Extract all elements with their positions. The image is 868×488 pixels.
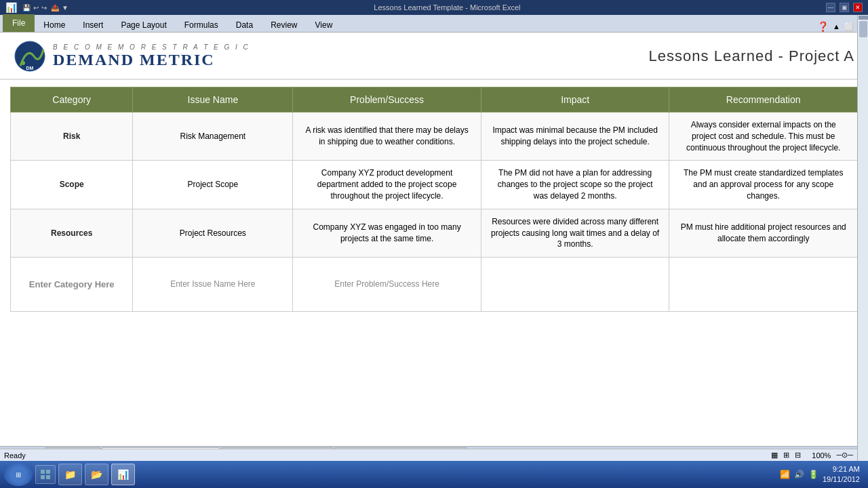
view-break-icon[interactable]: ⊟ — [795, 451, 801, 460]
explorer-icon-1: 📁 — [64, 469, 76, 480]
table-header-row: Category Issue Name Problem/Success Impa… — [11, 87, 858, 113]
col-header-impact: Impact — [481, 87, 669, 113]
window-title: Lessons Learned Template - Microsoft Exc… — [68, 3, 826, 12]
clock-time: 9:21 AM — [823, 464, 860, 474]
windows-taskbar: ⊞ 📁 📂 📊 📶 🔊 🔋 9:21 AM 19/11/201 — [0, 461, 868, 488]
report-title: Lessons Learned - Project A — [649, 47, 854, 65]
logo-text: B e c o m e M o r e S t r a t e g i c De… — [53, 43, 250, 69]
start-button[interactable]: ⊞ — [4, 463, 33, 486]
close-button[interactable]: ✕ — [853, 3, 863, 12]
tab-review[interactable]: Review — [262, 18, 306, 32]
logo-name: Demand Metric — [53, 51, 250, 69]
tab-formulas[interactable]: Formulas — [176, 18, 227, 32]
clock-date: 19/11/2012 — [823, 474, 860, 485]
taskbar-show-desktop[interactable] — [35, 465, 56, 484]
table-row: Scope Project Scope Company XYZ product … — [11, 161, 858, 209]
issue-cell-scope[interactable]: Project Scope — [133, 161, 293, 209]
tray-battery-icon: 🔋 — [808, 470, 818, 479]
zoom-slider[interactable]: ─⊙─ — [836, 451, 853, 460]
header-area: DM B e c o m e M o r e S t r a t e g i c… — [0, 33, 868, 80]
logo-icon: DM — [14, 40, 46, 73]
maximize-button[interactable]: ▣ — [840, 3, 849, 12]
impact-cell-resources[interactable]: Resources were divided across many diffe… — [481, 209, 669, 257]
minimize-button[interactable]: — — [826, 3, 835, 12]
impact-cell-placeholder[interactable] — [481, 258, 669, 312]
svg-rect-6 — [46, 470, 50, 474]
table-row: Resources Project Resources Company XYZ … — [11, 209, 858, 257]
impact-cell-risk[interactable]: Impact was minimal because the PM includ… — [481, 113, 669, 161]
logo-tagline: B e c o m e M o r e S t r a t e g i c — [53, 43, 250, 51]
impact-cell-scope[interactable]: The PM did not have a plan for addressin… — [481, 161, 669, 209]
category-cell-placeholder[interactable]: Enter Category Here — [11, 258, 133, 312]
status-bar: Ready ▦ ⊞ ⊟ 100% ─⊙─ — [0, 449, 857, 461]
svg-rect-5 — [41, 470, 45, 474]
col-header-problem: Problem/Success — [293, 87, 481, 113]
taskbar-btn-explorer-2[interactable]: 📂 — [85, 464, 108, 485]
problem-cell-placeholder[interactable]: Enter Problem/Success Here — [293, 258, 481, 312]
svg-rect-7 — [41, 475, 45, 479]
tab-data[interactable]: Data — [227, 18, 262, 32]
main-content: Category Issue Name Problem/Success Impa… — [0, 80, 868, 312]
category-cell-scope[interactable]: Scope — [11, 161, 133, 209]
status-text: Ready — [4, 451, 26, 460]
recommendation-cell-placeholder[interactable] — [669, 258, 858, 312]
issue-cell-resources[interactable]: Project Resources — [133, 209, 293, 257]
view-page-icon[interactable]: ⊞ — [783, 451, 789, 460]
title-bar: 📊 💾 ↩ ↪ 📤 ▼ Lessons Learned Template - M… — [0, 0, 868, 15]
logo-section: DM B e c o m e M o r e S t r a t e g i c… — [14, 40, 250, 73]
problem-cell-risk[interactable]: A risk was identified that there may be … — [293, 113, 481, 161]
recommendation-cell-risk[interactable]: Always consider external impacts on the … — [669, 113, 858, 161]
lessons-table: Category Issue Name Problem/Success Impa… — [10, 87, 858, 312]
category-cell-resources[interactable]: Resources — [11, 209, 133, 257]
problem-cell-resources[interactable]: Company XYZ was engaged in too many proj… — [293, 209, 481, 257]
col-header-issue: Issue Name — [133, 87, 293, 113]
help-icon[interactable]: ❓ — [817, 21, 829, 32]
taskbar-btn-explorer-1[interactable]: 📁 — [58, 464, 82, 485]
problem-cell-scope[interactable]: Company XYZ product development departme… — [293, 161, 481, 209]
tab-home[interactable]: Home — [35, 18, 74, 32]
tab-insert[interactable]: Insert — [74, 18, 112, 32]
recommendation-cell-resources[interactable]: PM must hire additional project resource… — [669, 209, 858, 257]
ribbon-tabs: File Home Insert Page Layout Formulas Da… — [0, 15, 868, 33]
svg-rect-8 — [46, 475, 50, 479]
issue-cell-placeholder[interactable]: Enter Issue Name Here — [133, 258, 293, 312]
category-cell-risk[interactable]: Risk — [11, 113, 133, 161]
table-row: Enter Category Here Enter Issue Name Her… — [11, 258, 858, 312]
system-tray: 📶 🔊 🔋 9:21 AM 19/11/2012 — [776, 464, 864, 485]
svg-text:DM: DM — [26, 66, 34, 70]
table-row: Risk Risk Management A risk was identifi… — [11, 113, 858, 161]
expand-icon[interactable]: ⬜ — [844, 22, 854, 31]
zoom-level: 100% — [812, 451, 831, 460]
view-normal-icon[interactable]: ▦ — [771, 451, 778, 460]
tray-sound-icon: 🔊 — [794, 470, 804, 479]
svg-point-1 — [21, 61, 25, 65]
taskbar: Ready ▦ ⊞ ⊟ 100% ─⊙─ ⊞ 📁 📂 — [0, 461, 868, 488]
vertical-scrollbar[interactable] — [857, 15, 868, 461]
status-bar-right: ▦ ⊞ ⊟ 100% ─⊙─ — [771, 451, 853, 460]
col-header-recommendation: Recommendation — [669, 87, 858, 113]
tab-file[interactable]: File — [3, 14, 35, 32]
minimize-ribbon-icon[interactable]: ▲ — [833, 22, 840, 30]
recommendation-cell-scope[interactable]: The PM must create standardized template… — [669, 161, 858, 209]
col-header-category: Category — [11, 87, 133, 113]
issue-cell-risk[interactable]: Risk Management — [133, 113, 293, 161]
tab-view[interactable]: View — [307, 18, 342, 32]
window-controls: — ▣ ✕ — [826, 3, 863, 12]
excel-taskbar-icon: 📊 — [117, 469, 129, 480]
tray-network-icon: 📶 — [780, 470, 790, 479]
clock: 9:21 AM 19/11/2012 — [823, 464, 860, 485]
svg-text:⊞: ⊞ — [16, 471, 21, 479]
explorer-icon-2: 📂 — [91, 469, 102, 480]
taskbar-btn-excel[interactable]: 📊 — [111, 464, 135, 485]
tab-page-layout[interactable]: Page Layout — [112, 18, 175, 32]
